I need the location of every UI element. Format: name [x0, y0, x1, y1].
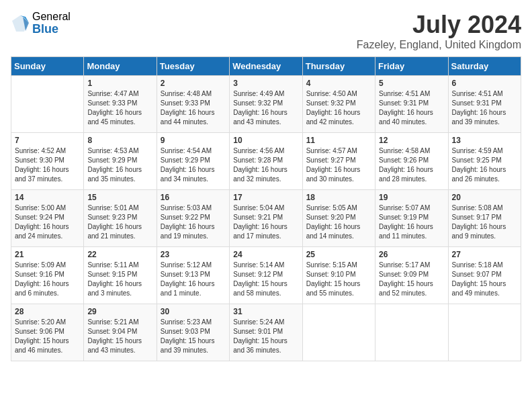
calendar-cell: 1Sunrise: 4:47 AM Sunset: 9:33 PM Daylig…	[84, 76, 157, 133]
header-friday: Friday	[375, 57, 448, 76]
header-thursday: Thursday	[302, 57, 375, 76]
day-number: 8	[87, 136, 152, 145]
calendar-week-3: 14Sunrise: 5:00 AM Sunset: 9:24 PM Dayli…	[11, 190, 521, 247]
day-info: Sunrise: 4:51 AM Sunset: 9:31 PM Dayligh…	[379, 89, 444, 127]
day-info: Sunrise: 5:24 AM Sunset: 9:01 PM Dayligh…	[233, 318, 298, 355]
calendar-cell: 18Sunrise: 5:05 AM Sunset: 9:20 PM Dayli…	[302, 190, 375, 247]
day-info: Sunrise: 4:52 AM Sunset: 9:30 PM Dayligh…	[15, 146, 80, 184]
day-number: 13	[452, 136, 517, 145]
calendar-week-5: 28Sunrise: 5:20 AM Sunset: 9:06 PM Dayli…	[11, 304, 521, 361]
day-info: Sunrise: 5:08 AM Sunset: 9:17 PM Dayligh…	[452, 203, 517, 241]
calendar-week-4: 21Sunrise: 5:09 AM Sunset: 9:16 PM Dayli…	[11, 247, 521, 304]
day-number: 19	[379, 193, 444, 202]
location-subtitle: Fazeley, England, United Kingdom	[357, 39, 521, 51]
day-info: Sunrise: 4:48 AM Sunset: 9:33 PM Dayligh…	[161, 89, 226, 127]
calendar-cell: 16Sunrise: 5:03 AM Sunset: 9:22 PM Dayli…	[157, 190, 229, 247]
day-number: 22	[87, 250, 152, 259]
calendar-cell: 30Sunrise: 5:23 AM Sunset: 9:03 PM Dayli…	[157, 304, 229, 361]
month-year-title: July 2024	[357, 11, 521, 39]
calendar-header-row: SundayMondayTuesdayWednesdayThursdayFrid…	[11, 57, 521, 76]
header-monday: Monday	[84, 57, 157, 76]
day-info: Sunrise: 5:04 AM Sunset: 9:21 PM Dayligh…	[233, 203, 298, 241]
day-number: 9	[161, 136, 226, 145]
header-saturday: Saturday	[448, 57, 521, 76]
calendar-cell: 22Sunrise: 5:11 AM Sunset: 9:15 PM Dayli…	[84, 247, 157, 304]
calendar-cell	[302, 304, 375, 361]
calendar-cell: 11Sunrise: 4:57 AM Sunset: 9:27 PM Dayli…	[302, 133, 375, 190]
calendar-cell: 25Sunrise: 5:15 AM Sunset: 9:10 PM Dayli…	[302, 247, 375, 304]
logo: General Blue	[11, 11, 71, 36]
calendar-cell: 10Sunrise: 4:56 AM Sunset: 9:28 PM Dayli…	[230, 133, 302, 190]
day-info: Sunrise: 4:54 AM Sunset: 9:29 PM Dayligh…	[161, 146, 226, 184]
day-info: Sunrise: 5:17 AM Sunset: 9:09 PM Dayligh…	[379, 261, 444, 298]
calendar-cell: 17Sunrise: 5:04 AM Sunset: 9:21 PM Dayli…	[230, 190, 302, 247]
logo-blue: Blue	[32, 23, 71, 36]
day-number: 18	[306, 193, 371, 202]
calendar-cell	[375, 304, 448, 361]
title-section: July 2024 Fazeley, England, United Kingd…	[357, 11, 521, 51]
calendar-week-2: 7Sunrise: 4:52 AM Sunset: 9:30 PM Daylig…	[11, 133, 521, 190]
day-number: 21	[15, 250, 80, 259]
calendar-cell	[11, 76, 84, 133]
day-number: 25	[306, 250, 371, 259]
calendar-cell: 4Sunrise: 4:50 AM Sunset: 9:32 PM Daylig…	[302, 76, 375, 133]
day-info: Sunrise: 5:18 AM Sunset: 9:07 PM Dayligh…	[452, 261, 517, 298]
day-info: Sunrise: 4:56 AM Sunset: 9:28 PM Dayligh…	[233, 146, 298, 184]
day-info: Sunrise: 5:09 AM Sunset: 9:16 PM Dayligh…	[15, 261, 80, 298]
day-info: Sunrise: 4:47 AM Sunset: 9:33 PM Dayligh…	[87, 89, 152, 127]
day-number: 3	[233, 79, 298, 88]
day-info: Sunrise: 5:11 AM Sunset: 9:15 PM Dayligh…	[87, 261, 152, 298]
calendar-cell: 2Sunrise: 4:48 AM Sunset: 9:33 PM Daylig…	[157, 76, 229, 133]
calendar-cell: 20Sunrise: 5:08 AM Sunset: 9:17 PM Dayli…	[448, 190, 521, 247]
day-number: 17	[233, 193, 298, 202]
day-number: 12	[379, 136, 444, 145]
day-info: Sunrise: 4:57 AM Sunset: 9:27 PM Dayligh…	[306, 146, 371, 184]
day-number: 16	[161, 193, 226, 202]
header-tuesday: Tuesday	[157, 57, 229, 76]
calendar-cell: 23Sunrise: 5:12 AM Sunset: 9:13 PM Dayli…	[157, 247, 229, 304]
day-number: 29	[87, 307, 152, 316]
day-number: 28	[15, 307, 80, 316]
day-number: 31	[233, 307, 298, 316]
calendar-cell: 5Sunrise: 4:51 AM Sunset: 9:31 PM Daylig…	[375, 76, 448, 133]
day-info: Sunrise: 5:00 AM Sunset: 9:24 PM Dayligh…	[15, 203, 80, 241]
day-info: Sunrise: 5:01 AM Sunset: 9:23 PM Dayligh…	[87, 203, 152, 241]
day-info: Sunrise: 4:51 AM Sunset: 9:31 PM Dayligh…	[452, 89, 517, 127]
calendar-cell: 31Sunrise: 5:24 AM Sunset: 9:01 PM Dayli…	[230, 304, 302, 361]
day-info: Sunrise: 5:07 AM Sunset: 9:19 PM Dayligh…	[379, 203, 444, 241]
day-number: 20	[452, 193, 517, 202]
day-info: Sunrise: 4:50 AM Sunset: 9:32 PM Dayligh…	[306, 89, 371, 127]
day-number: 30	[161, 307, 226, 316]
day-number: 27	[452, 250, 517, 259]
day-number: 14	[15, 193, 80, 202]
day-number: 24	[233, 250, 298, 259]
calendar-cell: 21Sunrise: 5:09 AM Sunset: 9:16 PM Dayli…	[11, 247, 84, 304]
day-number: 26	[379, 250, 444, 259]
header-sunday: Sunday	[11, 57, 84, 76]
calendar-cell: 12Sunrise: 4:58 AM Sunset: 9:26 PM Dayli…	[375, 133, 448, 190]
day-info: Sunrise: 5:15 AM Sunset: 9:10 PM Dayligh…	[306, 261, 371, 298]
logo-text: General Blue	[32, 11, 71, 36]
day-info: Sunrise: 4:53 AM Sunset: 9:29 PM Dayligh…	[87, 146, 152, 184]
calendar-cell: 24Sunrise: 5:14 AM Sunset: 9:12 PM Dayli…	[230, 247, 302, 304]
day-number: 23	[161, 250, 226, 259]
day-info: Sunrise: 4:49 AM Sunset: 9:32 PM Dayligh…	[233, 89, 298, 127]
day-number: 4	[306, 79, 371, 88]
calendar-cell: 3Sunrise: 4:49 AM Sunset: 9:32 PM Daylig…	[230, 76, 302, 133]
calendar-cell: 9Sunrise: 4:54 AM Sunset: 9:29 PM Daylig…	[157, 133, 229, 190]
calendar-cell: 26Sunrise: 5:17 AM Sunset: 9:09 PM Dayli…	[375, 247, 448, 304]
day-number: 6	[452, 79, 517, 88]
logo-icon	[11, 14, 30, 33]
day-number: 7	[15, 136, 80, 145]
header: General Blue July 2024 Fazeley, England,…	[11, 11, 521, 51]
day-number: 10	[233, 136, 298, 145]
calendar-cell	[448, 304, 521, 361]
calendar-cell: 28Sunrise: 5:20 AM Sunset: 9:06 PM Dayli…	[11, 304, 84, 361]
calendar-cell: 6Sunrise: 4:51 AM Sunset: 9:31 PM Daylig…	[448, 76, 521, 133]
day-info: Sunrise: 5:03 AM Sunset: 9:22 PM Dayligh…	[161, 203, 226, 241]
day-info: Sunrise: 4:59 AM Sunset: 9:25 PM Dayligh…	[452, 146, 517, 184]
day-number: 15	[87, 193, 152, 202]
day-info: Sunrise: 5:20 AM Sunset: 9:06 PM Dayligh…	[15, 318, 80, 355]
calendar-cell: 14Sunrise: 5:00 AM Sunset: 9:24 PM Dayli…	[11, 190, 84, 247]
calendar-cell: 8Sunrise: 4:53 AM Sunset: 9:29 PM Daylig…	[84, 133, 157, 190]
